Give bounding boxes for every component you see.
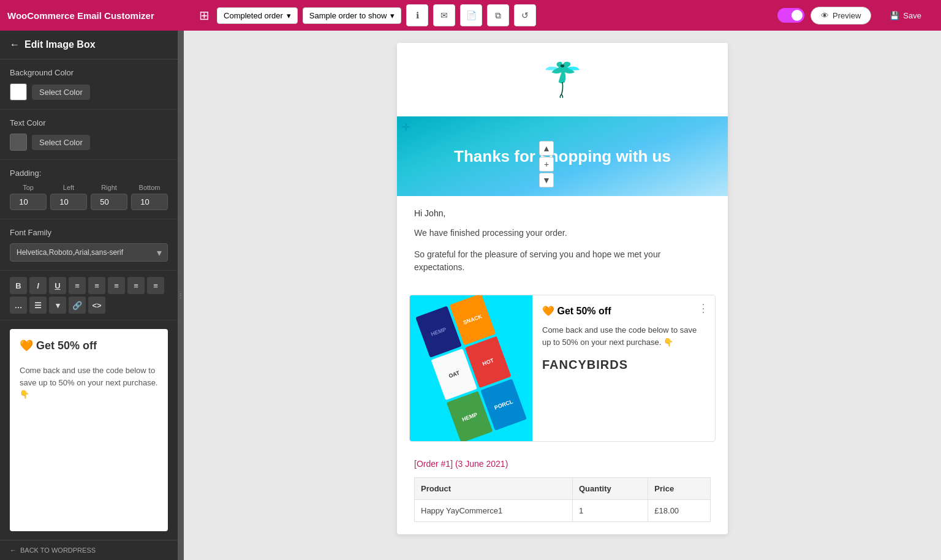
order-table-head: Product Quantity Price — [415, 478, 711, 500]
order-table-body: Happy YayCommerce1 1 £18.00 — [415, 500, 711, 522]
preview-body: Come back and use the code below to save… — [20, 365, 158, 401]
email-hero: ✛ Thanks for shopping with us — [397, 116, 728, 196]
bg-color-select-btn[interactable]: Select Color — [32, 85, 90, 100]
save-button[interactable]: 💾 Save — [877, 7, 934, 24]
list2-button[interactable]: ☰ — [29, 297, 47, 314]
order-type-select[interactable]: Completed order ▾ — [217, 7, 298, 24]
more-button[interactable]: … — [10, 297, 27, 314]
align-left-button[interactable]: ≡ — [69, 277, 86, 294]
crosshair-icon: ✛ — [402, 121, 410, 133]
table-row: Happy YayCommerce1 1 £18.00 — [415, 500, 711, 522]
order-link[interactable]: [Order #1] (3 June 2021) — [414, 459, 711, 469]
zoom-up-btn[interactable]: ▲ — [539, 141, 554, 156]
email-button[interactable]: ✉ — [433, 4, 455, 26]
product-quantity: 1 — [572, 500, 648, 522]
zoom-plus-btn[interactable]: + — [539, 157, 554, 172]
sidebar-header: ← Edit Image Box — [0, 31, 178, 59]
bg-color-swatch[interactable] — [10, 83, 27, 100]
padding-bottom-label: Bottom — [131, 184, 168, 191]
text-color-picker-row: Select Color — [10, 134, 168, 151]
promo-code: FANCYBIRDS — [542, 358, 705, 372]
info-button[interactable]: ℹ — [406, 4, 428, 26]
sidebar-title: Edit Image Box — [25, 39, 96, 50]
main-layout: ← Edit Image Box Background Color Select… — [0, 31, 941, 560]
hummingbird-image — [538, 55, 587, 104]
code-button[interactable]: <> — [88, 297, 105, 314]
promo-menu-icon[interactable]: ⋮ — [698, 301, 709, 315]
app-logo: WooCommerce Email Customizer — [7, 10, 192, 21]
sidebar: ← Edit Image Box Background Color Select… — [0, 31, 178, 560]
text-toolbar: B I U ≡ ≡ ≡ ≡ ≡ … ☰ ▾ 🔗 <> — [0, 271, 178, 320]
padding-right-input[interactable] — [91, 194, 127, 210]
text-color-label: Text Color — [10, 118, 168, 127]
topbar: WooCommerce Email Customizer ⊞ Completed… — [0, 0, 941, 31]
copy-button[interactable]: ⧉ — [487, 4, 509, 26]
promo-box: HEMP SNACK OAT HOT HEMP PORCL 🧡 Get 50% … — [409, 295, 716, 442]
promo-box-wrapper: HEMP SNACK OAT HOT HEMP PORCL 🧡 Get 50% … — [397, 295, 728, 459]
table-header-row: Product Quantity Price — [415, 478, 711, 500]
link-button[interactable]: 🔗 — [69, 297, 86, 314]
promo-title: 🧡 Get 50% off — [542, 305, 705, 317]
padding-label-row: Top Left Right Bottom — [10, 184, 168, 191]
padding-section: Padding: Top Left Right Bottom — [0, 160, 178, 219]
file-button[interactable]: 📄 — [460, 4, 482, 26]
padding-bottom-input[interactable] — [131, 194, 168, 210]
email-para1: We have finished processing your order. — [414, 227, 711, 240]
zoom-down-btn[interactable]: ▼ — [539, 173, 554, 187]
font-family-label: Font Family — [10, 228, 168, 237]
zoom-controls: ▲ + ▼ — [539, 141, 554, 187]
padding-top-label: Top — [10, 184, 47, 191]
padding-label: Padding: — [10, 168, 168, 178]
save-icon: 💾 — [890, 11, 899, 20]
align-right-button[interactable]: ≡ — [108, 277, 125, 294]
svg-point-0 — [561, 64, 564, 67]
arrow-left-icon: ← — [10, 547, 17, 554]
refresh-button[interactable]: ↺ — [514, 4, 536, 26]
grid-icon[interactable]: ⊞ — [199, 8, 210, 23]
underline-button[interactable]: U — [49, 277, 66, 294]
text-color-swatch[interactable] — [10, 134, 27, 151]
product-name: Happy YayCommerce1 — [415, 500, 573, 522]
topbar-right: 👁 Preview 💾 Save — [777, 7, 934, 25]
order-section: [Order #1] (3 June 2021) Product Quantit… — [397, 459, 728, 534]
eye-icon: 👁 — [821, 11, 829, 20]
topbar-controls: Completed order ▾ Sample order to show ▾… — [217, 4, 770, 26]
sidebar-preview: 🧡 Get 50% off Come back and use the code… — [10, 329, 168, 531]
toggle-switch[interactable] — [777, 8, 804, 23]
background-color-section: Background Color Select Color — [0, 59, 178, 110]
email-greeting: Hi John, — [414, 208, 711, 218]
resize-handle[interactable]: ⋮ — [178, 31, 184, 560]
list-button[interactable]: ≡ — [147, 277, 164, 294]
sample-order-select[interactable]: Sample order to show ▾ — [303, 7, 401, 24]
padding-right-label: Right — [91, 184, 127, 191]
justify-button[interactable]: ≡ — [127, 277, 145, 294]
font-select-wrapper: Helvetica,Roboto,Arial,sans-serif Georgi… — [10, 243, 168, 262]
product-grid: HEMP SNACK OAT HOT HEMP PORCL — [410, 295, 532, 441]
font-family-select[interactable]: Helvetica,Roboto,Arial,sans-serif Georgi… — [10, 243, 168, 262]
italic-button[interactable]: I — [29, 277, 47, 294]
padding-left-label: Left — [50, 184, 87, 191]
col-price: Price — [648, 478, 711, 500]
promo-content: 🧡 Get 50% off Come back and use the code… — [532, 295, 715, 441]
dropdown-button[interactable]: ▾ — [49, 297, 66, 314]
padding-left-input[interactable] — [50, 194, 87, 210]
preview-title: 🧡 Get 50% off — [20, 339, 158, 352]
col-product: Product — [415, 478, 573, 500]
email-body: Hi John, We have finished processing you… — [397, 196, 728, 295]
col-quantity: Quantity — [572, 478, 648, 500]
back-icon[interactable]: ← — [10, 39, 20, 50]
preview-button[interactable]: 👁 Preview — [811, 7, 871, 25]
bg-color-label: Background Color — [10, 68, 168, 77]
padding-top-input[interactable] — [10, 194, 47, 210]
bg-color-picker-row: Select Color — [10, 83, 168, 100]
promo-text: Come back and use the code below to save… — [542, 324, 705, 348]
text-color-select-btn[interactable]: Select Color — [32, 135, 90, 150]
align-center-button[interactable]: ≡ — [88, 277, 105, 294]
email-logo — [397, 43, 728, 116]
chevron-down-icon: ▾ — [287, 11, 291, 20]
bold-button[interactable]: B — [10, 277, 27, 294]
product-price: £18.00 — [648, 500, 711, 522]
text-color-section: Text Color Select Color — [0, 110, 178, 160]
back-to-wordpress[interactable]: ← BACK TO WORDPRESS — [0, 540, 178, 560]
font-family-section: Font Family Helvetica,Roboto,Arial,sans-… — [0, 219, 178, 271]
